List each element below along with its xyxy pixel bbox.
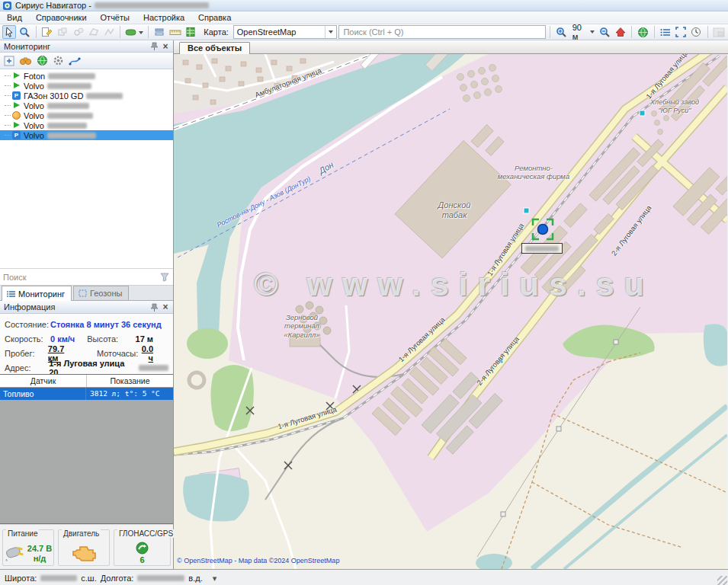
polyline-tool-button[interactable]	[102, 25, 116, 39]
group-tool-button[interactable]	[56, 25, 69, 39]
vehicle-row[interactable]: Volvo	[0, 120, 173, 130]
latitude-redacted	[40, 575, 77, 581]
binoculars-icon[interactable]	[19, 56, 32, 66]
vehicle-row[interactable]: Volvo	[0, 101, 173, 110]
tree-search-input[interactable]	[3, 273, 159, 282]
pointer-tool-button[interactable]	[2, 25, 16, 39]
sensor-value: 3812 л; t°: 5 °С	[86, 388, 173, 400]
col-sensor[interactable]: Датчик	[0, 375, 87, 387]
menu-directories[interactable]: Справочники	[29, 12, 94, 23]
state-label: Состояние:	[5, 320, 50, 329]
home-view-button[interactable]	[614, 25, 627, 39]
vehicle-row[interactable]: Volvo	[0, 110, 173, 120]
expand-all-button[interactable]	[4, 56, 14, 66]
hours-value[interactable]: 0.0 ч	[142, 344, 168, 363]
fit-selection-button[interactable]	[674, 25, 688, 39]
vehicle-name: Volvo	[24, 111, 44, 120]
info-panel-header: Информация ×	[0, 301, 173, 314]
export-button[interactable]	[184, 25, 197, 39]
status-bar: Широта: с.ш. Долгота: в.д. ▾	[0, 569, 728, 585]
tab-label: Мониторинг	[18, 289, 65, 299]
vehicle-row[interactable]: Volvo	[0, 81, 173, 91]
app-icon	[2, 1, 12, 11]
title-bar: Сириус Навигатор -	[0, 0, 728, 11]
menu-reports[interactable]: Отчёты	[94, 12, 136, 23]
map-provider-combobox[interactable]: OpenStreetMap	[233, 25, 338, 39]
resize-grip[interactable]	[717, 576, 727, 585]
redacted-text	[47, 103, 89, 109]
toolbar-separator	[550, 26, 550, 38]
zoom-level-dropdown[interactable]: 90 м	[570, 23, 597, 41]
gear-icon[interactable]	[53, 55, 64, 66]
map-tab-all-objects[interactable]: Все объекты	[179, 42, 250, 54]
menu-settings[interactable]: Настройка	[136, 12, 191, 23]
close-icon[interactable]: ×	[160, 42, 171, 51]
vehicle-row[interactable]: Foton	[0, 71, 173, 81]
edit-object-button[interactable]	[40, 25, 54, 39]
info-panel: Состояние: Стоянка 8 минут 36 секунд Ско…	[0, 314, 173, 374]
geozone-icon	[79, 289, 87, 297]
combo-arrow[interactable]	[325, 26, 336, 38]
menu-view[interactable]: Вид	[0, 12, 29, 23]
sidebar-tabs: Мониторинг Геозоны	[0, 286, 173, 301]
sensor-table-header: Датчик Показание	[0, 375, 173, 388]
redacted-text	[525, 246, 559, 251]
vehicle-name: Volvo	[24, 82, 44, 91]
vehicle-row-selected[interactable]: P Volvo	[0, 130, 173, 140]
toolbar-separator	[120, 26, 120, 38]
tab-geozones[interactable]: Геозоны	[73, 286, 129, 300]
vehicle-row[interactable]: P ГАЗон 3010 GD	[0, 91, 173, 101]
ungroup-tool-button[interactable]	[71, 25, 85, 39]
object-list-button[interactable]	[659, 25, 672, 39]
clock-icon	[691, 27, 701, 37]
menu-help[interactable]: Справка	[191, 12, 238, 23]
group-icon	[57, 27, 68, 37]
engine-gauge: Двигатель	[58, 529, 110, 566]
tab-monitoring[interactable]: Мониторинг	[2, 286, 72, 301]
statusbar-dropdown[interactable]: ▾	[213, 574, 217, 583]
pin-icon[interactable]	[149, 302, 160, 312]
plug-icon	[5, 545, 24, 561]
list-icon	[660, 27, 671, 37]
menu-bar: Вид Справочники Отчёты Настройка Справка	[0, 11, 728, 24]
globe-icon[interactable]	[37, 55, 48, 66]
gps-satellites: 6	[140, 555, 144, 564]
mileage-label: Пробег:	[5, 349, 48, 358]
zoom-tool-button[interactable]	[18, 25, 31, 39]
gps-gauge: ГЛОНАСС/GPS 6	[114, 529, 171, 566]
zoom-out-button[interactable]	[598, 25, 612, 39]
layers-icon	[154, 27, 165, 37]
altitude-label: Высота:	[87, 334, 134, 344]
gps-icon	[136, 542, 149, 555]
main-area: Мониторинг × Foton Volvo P ГАЗон 3	[0, 40, 728, 569]
map-canvas[interactable]: Амбулаторная улица Дон Ростов-на-Дону - …	[174, 54, 727, 569]
status-moving-icon	[12, 121, 21, 129]
polygon-tool-button[interactable]	[87, 25, 101, 39]
sensor-row-selected[interactable]: Топливо 3812 л; t°: 5 °С	[0, 388, 173, 400]
speed-label: Скорость:	[5, 334, 50, 344]
chevron-down-icon	[590, 30, 595, 34]
route-icon[interactable]	[69, 56, 81, 66]
hours-label: Моточасы:	[97, 349, 142, 358]
status-moving-icon	[12, 72, 21, 80]
export-table-icon	[185, 27, 196, 37]
search-input[interactable]	[338, 25, 546, 39]
filter-icon[interactable]	[159, 272, 170, 282]
vehicle-tree: Foton Volvo P ГАЗон 3010 GD Volvo Volvo	[0, 69, 173, 269]
zoom-in-button[interactable]	[554, 25, 568, 39]
track-color-button[interactable]	[124, 25, 144, 39]
longitude-redacted	[137, 575, 184, 581]
redacted-text	[47, 83, 91, 89]
map-provider-value: OpenStreetMap	[234, 27, 326, 37]
col-value[interactable]: Показание	[87, 375, 173, 387]
show-all-objects-button[interactable]	[636, 25, 649, 39]
minimap-button[interactable]	[712, 25, 726, 39]
vehicle-plate-label	[521, 243, 563, 254]
power-value: 24.7 В	[27, 544, 52, 553]
close-icon[interactable]: ×	[160, 302, 171, 312]
layers-button[interactable]	[152, 25, 166, 39]
gps-title: ГЛОНАСС/GPS	[117, 529, 175, 538]
ruler-button[interactable]	[168, 25, 182, 39]
time-button[interactable]	[689, 25, 703, 39]
pin-icon[interactable]	[149, 41, 160, 51]
